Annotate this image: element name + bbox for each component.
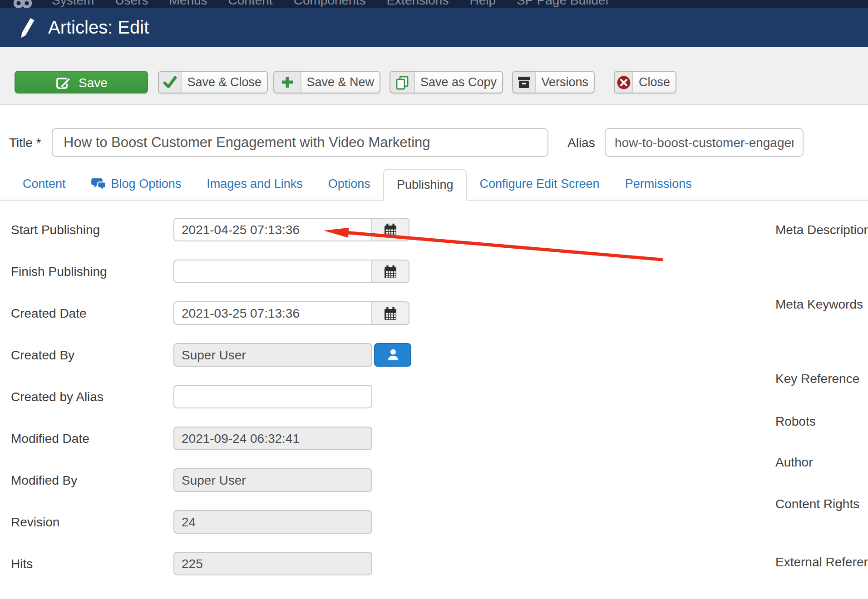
revision-label: Revision xyxy=(11,510,59,534)
close-icon xyxy=(615,72,633,93)
meta-description-label: Meta Description xyxy=(775,222,868,237)
save-and-new-label: Save & New xyxy=(301,72,380,93)
tab-content[interactable]: Content xyxy=(10,169,79,200)
page-header: Articles: Edit xyxy=(0,8,868,47)
calendar-icon xyxy=(384,223,397,236)
save-button[interactable]: Save xyxy=(15,71,148,93)
save-as-copy-button[interactable]: Save as Copy xyxy=(390,71,503,93)
modified-by-input xyxy=(173,468,372,492)
select-user-button[interactable] xyxy=(374,343,411,367)
menu-item-help[interactable]: Help xyxy=(469,0,496,7)
tab-permissions[interactable]: Permissions xyxy=(612,169,705,200)
menu-item-components[interactable]: Components xyxy=(294,0,366,7)
created-date-label: Created Date xyxy=(11,301,87,325)
pencil-icon xyxy=(16,17,38,43)
calendar-icon xyxy=(384,265,397,278)
modified-date-label: Modified Date xyxy=(11,427,89,450)
start-publishing-input[interactable] xyxy=(173,218,372,241)
title-input[interactable] xyxy=(52,128,548,157)
created-by-alias-label: Created by Alias xyxy=(11,385,104,408)
robots-label: Robots xyxy=(775,414,816,428)
created-by-label: Created By xyxy=(11,343,74,367)
comments-icon xyxy=(91,178,107,191)
joomla-admin-screen: System Users Menus Content Components Ex… xyxy=(0,0,868,599)
tab-blog-options-label: Blog Options xyxy=(111,169,182,200)
tab-publishing[interactable]: Publishing xyxy=(383,169,467,201)
menu-item-users[interactable]: Users xyxy=(115,0,148,7)
save-and-close-button[interactable]: Save & Close xyxy=(158,71,268,93)
archive-icon xyxy=(513,72,536,93)
save-and-close-label: Save & Close xyxy=(182,72,267,93)
alias-input[interactable] xyxy=(605,128,804,157)
alias-field-label: Alias xyxy=(567,128,595,157)
checkmark-icon xyxy=(159,72,182,93)
tab-images-and-links[interactable]: Images and Links xyxy=(194,169,316,200)
calendar-icon xyxy=(384,306,397,320)
menu-item-content[interactable]: Content xyxy=(228,0,273,7)
tab-configure-edit-screen[interactable]: Configure Edit Screen xyxy=(467,169,612,200)
meta-keywords-label: Meta Keywords xyxy=(775,297,863,311)
close-label: Close xyxy=(633,72,676,93)
created-by-alias-input[interactable] xyxy=(173,385,372,408)
title-field-label: Title * xyxy=(9,128,41,157)
created-date-input[interactable] xyxy=(173,301,372,325)
author-label: Author xyxy=(775,455,813,469)
save-icon xyxy=(55,74,70,90)
user-icon xyxy=(385,348,400,362)
joomla-logo-icon xyxy=(12,0,34,8)
menu-item-sp-page-builder[interactable]: SP Page Builder xyxy=(517,0,610,7)
page-title: Articles: Edit xyxy=(48,8,149,47)
finish-publishing-input[interactable] xyxy=(173,260,372,283)
key-reference-label: Key Reference xyxy=(775,371,859,386)
hits-input xyxy=(173,552,372,575)
menu-item-system[interactable]: System xyxy=(52,0,94,7)
created-by-input xyxy=(173,343,372,367)
toolbar: Save Save & Close Save & New Save as Cop… xyxy=(0,47,868,105)
tab-options[interactable]: Options xyxy=(316,169,383,200)
revision-input xyxy=(173,510,372,534)
save-button-label: Save xyxy=(79,75,108,89)
versions-label: Versions xyxy=(536,72,594,93)
hits-label: Hits xyxy=(11,552,33,575)
finish-publishing-calendar-button[interactable] xyxy=(371,260,409,283)
modified-by-label: Modified By xyxy=(11,468,77,492)
tab-blog-options[interactable]: Blog Options xyxy=(79,169,194,200)
modified-date-input xyxy=(173,427,372,450)
content-rights-label: Content Rights xyxy=(775,496,859,511)
close-button[interactable]: Close xyxy=(614,71,676,93)
start-publishing-calendar-button[interactable] xyxy=(371,218,409,241)
start-publishing-label: Start Publishing xyxy=(11,218,100,241)
versions-button[interactable]: Versions xyxy=(512,71,595,93)
save-and-new-button[interactable]: Save & New xyxy=(273,71,380,93)
copy-icon xyxy=(390,72,415,93)
edit-tabs: Content Blog Options Images and Links Op… xyxy=(0,169,868,201)
external-reference-label: External Reference xyxy=(775,555,868,569)
menu-item-menus[interactable]: Menus xyxy=(169,0,207,7)
menu-item-extensions[interactable]: Extensions xyxy=(386,0,449,7)
save-as-copy-label: Save as Copy xyxy=(415,72,502,93)
finish-publishing-label: Finish Publishing xyxy=(11,260,107,283)
admin-menubar: System Users Menus Content Components Ex… xyxy=(0,0,868,8)
created-date-calendar-button[interactable] xyxy=(371,301,409,325)
plus-icon xyxy=(274,72,301,93)
